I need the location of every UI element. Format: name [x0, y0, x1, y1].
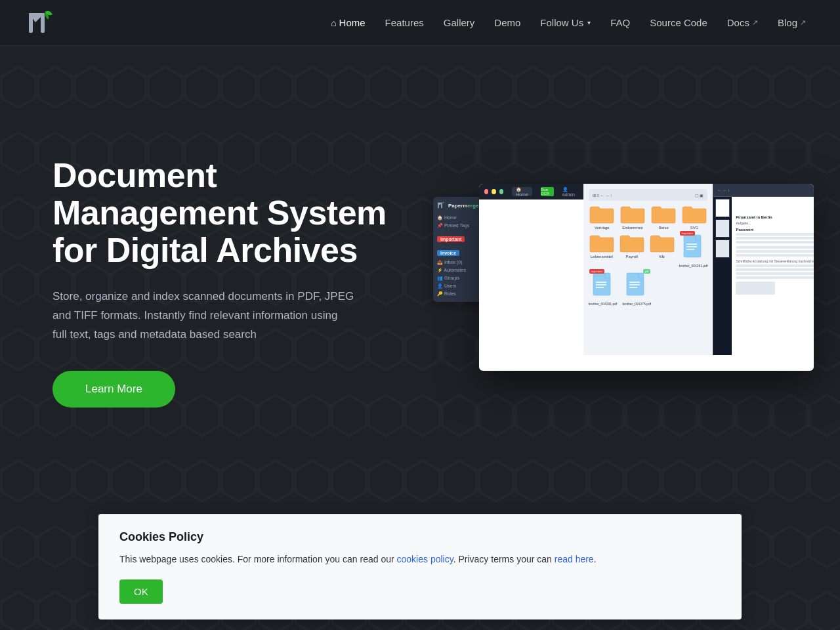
- pdf-viewer-panel: ← → ↕ 🏠 brother / brother_000291.pdf: [713, 184, 814, 355]
- run-ocr-btn: Run OCR: [541, 187, 554, 196]
- pdf-thumbnails: [713, 197, 732, 355]
- pdf-viewer-toolbar: ← → ↕ 🏠 brother / brother_000291.pdf: [713, 184, 814, 197]
- cookie-ok-button[interactable]: OK: [119, 579, 163, 604]
- files-area: ⊞ ≡ ← → ↑ ▢ ▣ Verträge Einkommen: [583, 184, 713, 355]
- pdf-files-row: Important brother_004291.pdf pdf brother…: [589, 272, 708, 306]
- hero-description: Store, organize and index scanned docume…: [52, 287, 354, 345]
- nav-source-code[interactable]: Source Code: [642, 13, 715, 32]
- brand-logo[interactable]: [26, 7, 59, 39]
- pdf-file-1: Important brother_004291.pdf: [589, 272, 618, 306]
- folder-item: Verträge: [589, 205, 616, 230]
- files-toolbar: ⊞ ≡ ← → ↑ ▢ ▣: [589, 189, 708, 201]
- folder-item: Kfz: [649, 234, 675, 268]
- window-address-bar: 🏠 Home: [512, 187, 532, 196]
- nav-follow-us[interactable]: Follow Us ▾: [532, 13, 598, 32]
- nav-gallery[interactable]: Gallery: [436, 13, 483, 32]
- pdf-thumb-2: [715, 219, 730, 238]
- svg-rect-6: [684, 235, 701, 257]
- svg-rect-10: [593, 273, 610, 295]
- cookie-title: Cookies Policy: [119, 530, 721, 544]
- folder-grid-row1: Verträge Einkommen Reise: [589, 205, 708, 230]
- pdf-thumb-3: [715, 240, 730, 258]
- folder-item: Lebensmittel: [589, 234, 615, 268]
- home-icon: ⌂: [331, 18, 336, 28]
- learn-more-button[interactable]: Learn More: [52, 371, 175, 408]
- window-minimize-dot: [492, 189, 495, 194]
- logo-image: [26, 7, 59, 39]
- hero-section: Document Management System for Digital A…: [0, 46, 840, 518]
- window-close-dot: [484, 189, 488, 194]
- app-screenshot-wrapper: Papermerge 🏠 Home 📌 Pinned Tags Importan…: [433, 184, 840, 381]
- cookies-policy-link[interactable]: cookies policy: [397, 554, 453, 564]
- nav-faq[interactable]: FAQ: [602, 13, 638, 32]
- window-toolbar-icons: Run OCR: [541, 187, 554, 196]
- nav-demo[interactable]: Demo: [486, 13, 528, 32]
- nav-features[interactable]: Features: [377, 13, 432, 32]
- cookie-text: This webpage uses cookies. For more info…: [119, 552, 721, 566]
- window-maximize-dot: [499, 189, 503, 194]
- admin-label: 👤 admin: [562, 187, 578, 197]
- hero-content: Document Management System for Digital A…: [52, 157, 394, 408]
- file-browser-window: 🏠 Home Run OCR 👤 admin ⊞ ≡ ← → ↑ ▢ ▣: [479, 184, 814, 371]
- read-here-link[interactable]: read here: [555, 554, 594, 564]
- nav-menu: ⌂ Home Features Gallery Demo Follow Us ▾: [323, 13, 814, 32]
- folder-item: Reise: [650, 205, 677, 230]
- hero-image-area: Papermerge 🏠 Home 📌 Pinned Tags Importan…: [433, 184, 840, 381]
- follow-us-dropdown-arrow: ▾: [587, 19, 591, 26]
- folder-grid-row2: Lebensmittel Payroll Kfz: [589, 234, 708, 268]
- nav-home[interactable]: ⌂ Home: [323, 13, 373, 32]
- sidebar-tag-invoice: Invoice: [437, 250, 459, 256]
- pdf-file-item: Important brother_004291.pdf: [679, 234, 708, 268]
- hero-title: Document Management System for Digital A…: [52, 157, 394, 270]
- pdf-file-2: pdf brother_004275.pdf: [622, 272, 651, 306]
- cookie-banner: Cookies Policy This webpage uses cookies…: [98, 514, 742, 620]
- pdf-main-view: Berlin Finanzamt in Berlin Aufgabe... Pa…: [732, 197, 814, 355]
- window-chrome: 🏠 Home Run OCR 👤 admin: [479, 184, 583, 200]
- folder-item: SVG: [681, 205, 708, 230]
- folder-item: Payroll: [619, 234, 645, 268]
- pdf-thumb-1: [715, 199, 730, 217]
- barcode-area: [736, 282, 775, 295]
- sidebar-tag-important: Important: [437, 236, 465, 242]
- nav-blog[interactable]: Blog: [770, 13, 814, 32]
- nav-docs[interactable]: Docs: [719, 13, 766, 32]
- svg-rect-14: [627, 273, 644, 295]
- folder-item: Einkommen: [620, 205, 646, 230]
- navbar: ⌂ Home Features Gallery Demo Follow Us ▾: [0, 0, 840, 46]
